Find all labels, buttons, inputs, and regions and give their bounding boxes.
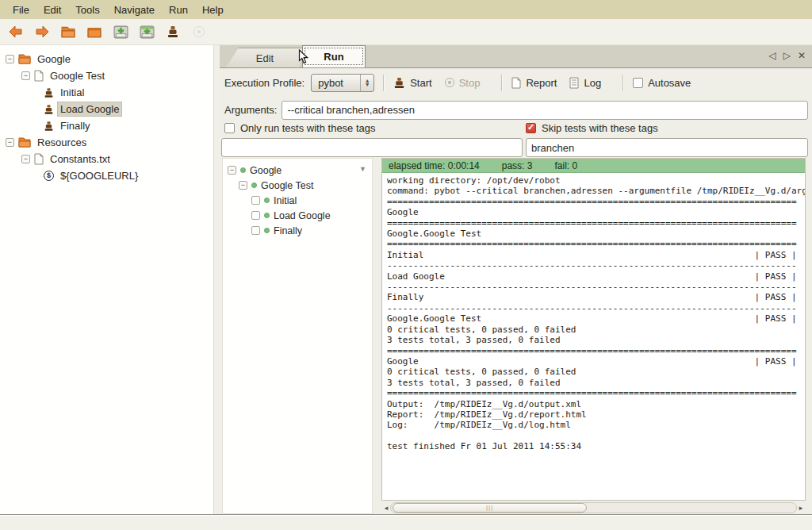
log-label: Log: [584, 77, 601, 89]
execution-profile-select[interactable]: pybot ▲▼: [311, 74, 374, 92]
test-robot-icon: [44, 87, 54, 98]
scrollbar-track[interactable]: |||: [390, 502, 797, 513]
project-tree: − Google − Google Test Initial Load Goog…: [0, 45, 214, 514]
skip-tags-toggle[interactable]: Skip tests with these tags: [526, 122, 658, 134]
combo-spinner-icon[interactable]: ▲▼: [360, 75, 373, 91]
only-run-tags-toggle[interactable]: Only run tests with these tags: [224, 122, 376, 134]
save-all-button[interactable]: [137, 22, 156, 41]
save-all-icon: [140, 25, 155, 39]
menu-tools[interactable]: Tools: [68, 2, 106, 18]
stop-circle-icon: [445, 78, 454, 87]
autosave-toggle[interactable]: Autosave: [633, 77, 691, 89]
menubar: File Edit Tools Navigate Run Help: [0, 0, 812, 19]
tree-item-resources[interactable]: − Resources: [0, 134, 213, 151]
tab-run-label: Run: [324, 51, 343, 63]
run-tests-button[interactable]: [163, 22, 182, 41]
open-directory-icon: [87, 26, 102, 38]
run-tree-item-load-google[interactable]: Load Google: [223, 208, 372, 223]
tags-row: Only run tests with these tags Skip test…: [220, 122, 812, 136]
collapse-icon[interactable]: −: [6, 138, 14, 147]
run-test-tree: ▼ − Google − Google Test Initial Load Go…: [222, 158, 373, 514]
collapse-icon[interactable]: −: [21, 155, 30, 163]
report-button[interactable]: Report: [511, 77, 557, 89]
open-folder-icon: [61, 26, 75, 38]
run-tree-item-google[interactable]: − Google: [223, 163, 372, 178]
tree-item-initial[interactable]: Initial: [0, 84, 213, 101]
skip-tags-label: Skip tests with these tags: [542, 122, 658, 134]
collapse-icon[interactable]: −: [239, 181, 247, 190]
collapse-icon[interactable]: −: [6, 55, 14, 63]
scrollbar-thumb[interactable]: |||: [393, 503, 587, 513]
tree-item-google[interactable]: − Google: [0, 51, 213, 67]
run-tree-item-initial[interactable]: Initial: [223, 193, 372, 208]
arguments-input[interactable]: [282, 101, 808, 120]
folder-icon: [18, 137, 31, 148]
tab-run[interactable]: Run: [302, 45, 366, 67]
autosave-label: Autosave: [648, 77, 691, 89]
variable-icon: $: [44, 171, 54, 181]
menu-run[interactable]: Run: [162, 2, 195, 18]
only-run-tags-input[interactable]: [221, 138, 523, 157]
start-robot-icon: [393, 77, 405, 89]
log-page-icon: [569, 77, 579, 89]
menu-navigate[interactable]: Navigate: [107, 2, 162, 18]
tab-close-icon[interactable]: ✕: [798, 50, 806, 61]
execution-profile-value: pybot: [312, 77, 360, 89]
scroll-left-icon[interactable]: ◂: [382, 504, 390, 512]
report-page-icon: [511, 77, 521, 89]
save-button[interactable]: [111, 22, 130, 41]
back-button[interactable]: [6, 22, 25, 41]
test-checkbox[interactable]: [251, 226, 260, 235]
run-tree-item-finally[interactable]: Finally: [223, 223, 372, 238]
toolbar: [0, 19, 812, 45]
run-panel: Edit Run ◁ ▷ ✕ Execution Profile: pybot …: [220, 45, 812, 514]
tree-item-constants[interactable]: − Constants.txt: [0, 151, 213, 167]
stop-label: Stop: [459, 77, 481, 89]
file-icon: [34, 153, 44, 165]
run-tree-item-google-test[interactable]: − Google Test: [223, 178, 372, 193]
test-checkbox[interactable]: [251, 211, 260, 220]
tab-scroll-left-icon[interactable]: ◁: [768, 50, 776, 61]
console-hscrollbar[interactable]: ◂ ||| ▸: [382, 501, 805, 514]
tree-item-label: ${GOOGLEURL}: [58, 169, 140, 182]
tree-dropdown-icon[interactable]: ▼: [359, 165, 366, 173]
tree-item-googleurl[interactable]: $ ${GOOGLEURL}: [0, 167, 213, 184]
autosave-checkbox[interactable]: [633, 78, 643, 88]
menu-file[interactable]: File: [6, 2, 36, 18]
tab-scroll-right-icon[interactable]: ▷: [783, 50, 791, 61]
scroll-right-icon[interactable]: ▸: [797, 504, 805, 512]
stop-icon: [193, 25, 205, 38]
collapse-icon[interactable]: −: [21, 71, 30, 80]
run-robot-icon: [167, 25, 179, 38]
tree-item-finally[interactable]: Finally: [0, 117, 213, 134]
test-checkbox[interactable]: [251, 196, 260, 205]
log-button[interactable]: Log: [569, 77, 601, 89]
forward-button[interactable]: [33, 22, 52, 41]
console-output: working directory: /opt/dev/robot comman…: [382, 173, 805, 452]
pass-status-icon: [264, 228, 270, 233]
tab-edit[interactable]: Edit: [226, 48, 304, 67]
menu-edit[interactable]: Edit: [36, 2, 68, 18]
start-button[interactable]: Start: [393, 77, 431, 89]
tree-item-label: Initial: [58, 86, 86, 99]
only-run-checkbox[interactable]: [224, 123, 235, 133]
pass-status-icon: [240, 167, 246, 173]
skip-tags-checkbox[interactable]: [526, 123, 536, 133]
run-tree-label: Initial: [274, 195, 297, 206]
menu-help[interactable]: Help: [195, 2, 231, 18]
collapse-icon[interactable]: −: [228, 166, 236, 175]
tag-fields-row: [220, 138, 812, 157]
elapsed-time: elapsed time: 0:00:14: [389, 160, 480, 171]
save-icon: [113, 25, 128, 39]
tree-item-load-google[interactable]: Load Google: [0, 101, 213, 117]
ride-window: File Edit Tools Navigate Run Help: [0, 0, 812, 530]
fail-count: fail: 0: [554, 160, 577, 171]
open-directory-button[interactable]: [85, 22, 104, 41]
open-suite-button[interactable]: [59, 22, 78, 41]
tree-item-label: Constants.txt: [48, 152, 113, 166]
tree-item-label: Google: [35, 52, 73, 66]
tree-item-google-test[interactable]: − Google Test: [0, 67, 213, 84]
skip-tags-input[interactable]: [526, 138, 808, 157]
tree-item-label: Resources: [35, 136, 89, 149]
tree-item-label: Google Test: [48, 69, 107, 83]
